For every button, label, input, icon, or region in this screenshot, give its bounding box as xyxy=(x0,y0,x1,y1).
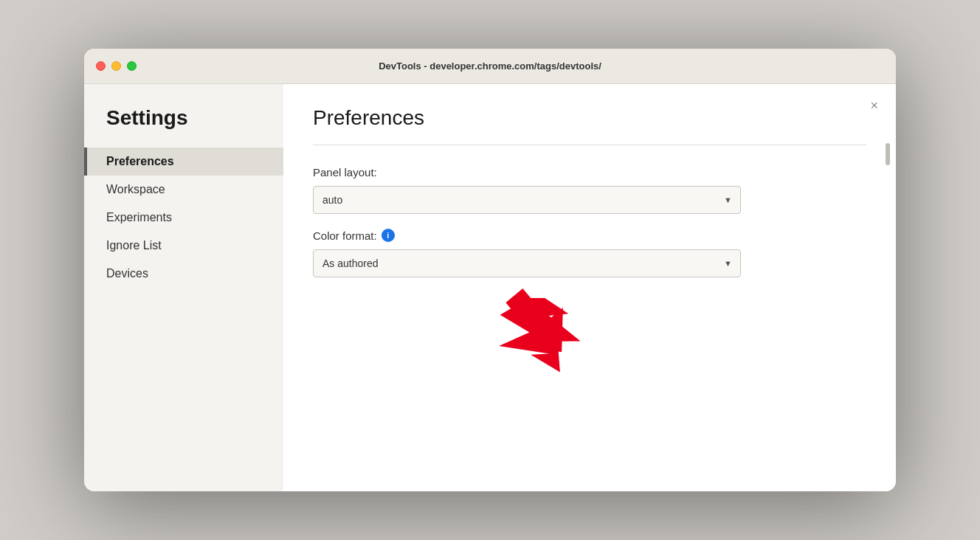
sidebar-item-workspace[interactable]: Workspace xyxy=(84,176,283,204)
sidebar-nav: Preferences Workspace Experiments Ignore… xyxy=(84,148,283,288)
settings-panel: × Preferences Panel layout: auto horizon… xyxy=(283,84,896,491)
color-format-row: Color format: i As authored HEX RGB HSL xyxy=(313,229,866,277)
color-format-select[interactable]: As authored HEX RGB HSL xyxy=(313,249,741,277)
sidebar-item-preferences[interactable]: Preferences xyxy=(84,148,283,176)
panel-layout-label: Panel layout: xyxy=(313,166,866,179)
window-title: DevTools - developer.chrome.com/tags/dev… xyxy=(379,60,601,72)
scrollbar-track[interactable] xyxy=(886,143,890,477)
arrow-annotation xyxy=(475,298,593,390)
close-button[interactable]: × xyxy=(867,96,881,115)
sidebar-item-experiments[interactable]: Experiments xyxy=(84,204,283,232)
maximize-traffic-light[interactable] xyxy=(127,61,137,71)
red-arrow-overlay xyxy=(472,272,604,378)
color-format-info-icon[interactable]: i xyxy=(382,229,395,242)
scrollbar-thumb[interactable] xyxy=(886,143,890,165)
sidebar-item-ignore-list[interactable]: Ignore List xyxy=(84,232,283,260)
main-content: Settings Preferences Workspace Experimen… xyxy=(84,84,896,491)
sidebar: Settings Preferences Workspace Experimen… xyxy=(84,84,283,491)
panel-layout-row: Panel layout: auto horizontal vertical xyxy=(313,166,866,214)
svg-rect-1 xyxy=(505,288,556,342)
panel-layout-select[interactable]: auto horizontal vertical xyxy=(313,186,741,214)
color-format-label-text: Color format: xyxy=(313,229,377,242)
minimize-traffic-light[interactable] xyxy=(111,61,121,71)
sidebar-item-devices[interactable]: Devices xyxy=(84,260,283,288)
panel-layout-select-wrapper: auto horizontal vertical xyxy=(313,186,741,214)
panel-divider xyxy=(313,145,866,145)
traffic-lights xyxy=(96,61,137,71)
color-format-label-row: Color format: i xyxy=(313,229,866,242)
sidebar-heading: Settings xyxy=(84,106,283,148)
svg-marker-2 xyxy=(518,308,584,371)
close-traffic-light[interactable] xyxy=(96,61,106,71)
settings-section: Panel layout: auto horizontal vertical xyxy=(313,166,866,277)
title-bar: DevTools - developer.chrome.com/tags/dev… xyxy=(84,49,896,84)
color-format-select-wrapper: As authored HEX RGB HSL xyxy=(313,249,741,277)
panel-title: Preferences xyxy=(313,106,866,130)
window: DevTools - developer.chrome.com/tags/dev… xyxy=(84,49,896,491)
svg-marker-0 xyxy=(486,298,592,387)
